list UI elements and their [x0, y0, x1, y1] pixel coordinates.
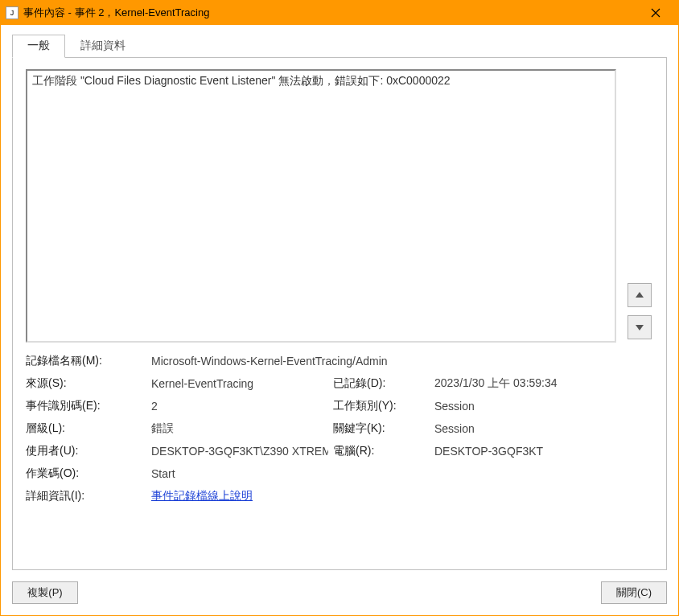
close-icon: [651, 8, 660, 18]
client-area: 一般 詳細資料 工作階段 "Cloud Files Diagnostic Eve…: [1, 25, 678, 615]
label-logged: 已記錄(D):: [333, 376, 430, 391]
value-keywords: Session: [434, 422, 653, 435]
tab-details[interactable]: 詳細資料: [65, 35, 141, 58]
event-properties-window: J 事件內容 - 事件 2，Kernel-EventTracing 一般 詳細資…: [0, 0, 679, 616]
value-level: 錯誤: [151, 421, 328, 436]
dialog-button-row: 複製(P) 關閉(C): [12, 581, 667, 604]
label-event-id: 事件識別碼(E):: [26, 399, 146, 413]
label-more-info: 詳細資訊(I):: [26, 489, 146, 503]
value-more-info: 事件記錄檔線上說明: [151, 489, 653, 503]
label-keywords: 關鍵字(K):: [333, 421, 430, 436]
value-log-name: Microsoft-Windows-Kernel-EventTracing/Ad…: [151, 355, 653, 368]
event-log-help-link[interactable]: 事件記錄檔線上說明: [151, 489, 253, 502]
tab-general[interactable]: 一般: [12, 35, 65, 58]
nav-arrows: [628, 69, 653, 343]
label-source: 來源(S):: [26, 376, 146, 391]
app-icon: J: [6, 6, 19, 19]
details-grid: 記錄檔名稱(M): Microsoft-Windows-Kernel-Event…: [26, 354, 653, 503]
tabstrip: 一般 詳細資料: [12, 35, 667, 57]
event-message-text: 工作階段 "Cloud Files Diagnostic Event Liste…: [32, 74, 451, 87]
value-user: DESKTOP-3GQF3KT\Z390 XTREME: [151, 445, 328, 458]
window-title: 事件內容 - 事件 2，Kernel-EventTracing: [23, 6, 638, 20]
value-logged: 2023/1/30 上午 03:59:34: [434, 376, 653, 391]
event-message-box[interactable]: 工作階段 "Cloud Files Diagnostic Event Liste…: [26, 69, 616, 343]
value-task-category: Session: [434, 400, 653, 413]
arrow-up-icon: [635, 290, 644, 300]
window-close-button[interactable]: [638, 1, 673, 25]
arrow-down-icon: [635, 322, 644, 332]
message-row: 工作階段 "Cloud Files Diagnostic Event Liste…: [26, 69, 653, 343]
value-computer: DESKTOP-3GQF3KT: [434, 445, 653, 458]
value-event-id: 2: [151, 400, 328, 413]
close-button[interactable]: 關閉(C): [601, 581, 667, 604]
titlebar[interactable]: J 事件內容 - 事件 2，Kernel-EventTracing: [1, 1, 678, 25]
label-user: 使用者(U):: [26, 444, 146, 458]
label-task-category: 工作類別(Y):: [333, 399, 430, 413]
value-source: Kernel-EventTracing: [151, 377, 328, 390]
previous-event-button[interactable]: [628, 283, 652, 307]
tabpage-general: 工作階段 "Cloud Files Diagnostic Event Liste…: [12, 57, 667, 570]
label-log-name: 記錄檔名稱(M):: [26, 354, 146, 368]
label-computer: 電腦(R):: [333, 444, 430, 458]
copy-button[interactable]: 複製(P): [12, 581, 78, 604]
label-level: 層級(L):: [26, 421, 146, 436]
next-event-button[interactable]: [628, 315, 652, 339]
label-opcode: 作業碼(O):: [26, 466, 146, 481]
value-opcode: Start: [151, 467, 653, 480]
